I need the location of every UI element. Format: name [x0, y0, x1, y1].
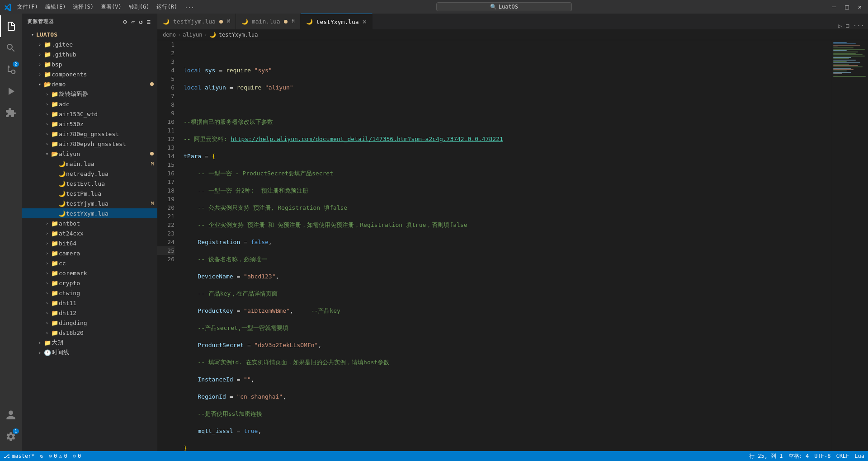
tree-item-air780epvh[interactable]: › 📁 air780epvh_gnsstest: [22, 139, 157, 149]
chevron-icon: ›: [43, 231, 51, 236]
tree-item-bsp[interactable]: › 📁 bsp: [22, 59, 157, 69]
tree-label: crypto: [59, 280, 154, 287]
close-button[interactable]: ✕: [855, 2, 864, 11]
tab-testyxym[interactable]: 🌙 testYxym.lua ✕: [301, 14, 373, 29]
mini-line: [833, 72, 851, 73]
status-info[interactable]: ⊘ 0: [73, 453, 81, 459]
tree-item-aliyun[interactable]: ▾ 📂 aliyun: [22, 149, 157, 159]
tree-item-coremark[interactable]: › 📁 coremark: [22, 268, 157, 278]
status-errors[interactable]: ⊗ 0 ⚠ 0: [49, 453, 67, 459]
tree-item-main-lua[interactable]: › 🌙 main.lua M: [22, 159, 157, 169]
code-line-17: --产品secret,一型一密就需要填: [184, 324, 825, 332]
code-line-1: [184, 49, 825, 57]
collapse-all-button[interactable]: ≡: [146, 17, 152, 26]
activity-bar: 2 1: [0, 14, 22, 451]
tree-item-cc[interactable]: › 📁 cc: [22, 258, 157, 268]
tree-label: dht11: [59, 300, 154, 306]
code-line-13: -- 设备名名称，必须唯一: [184, 255, 825, 263]
tree-item-camera[interactable]: › 📁 camera: [22, 248, 157, 258]
menu-file[interactable]: 文件(F): [14, 2, 42, 12]
activity-settings[interactable]: 1: [0, 426, 22, 447]
status-bar: ⎇ master* ↻ ⊗ 0 ⚠ 0 ⊘ 0 行 25, 列 1 空格: 4 …: [0, 451, 868, 461]
tree-item-netready[interactable]: › 🌙 netready.lua: [22, 169, 157, 179]
code-line-8: -- 一型一密 - ProductSecret要填产品secret: [184, 169, 825, 178]
code-content[interactable]: local sys = require "sys" local aliyun =…: [180, 40, 832, 451]
status-sync[interactable]: ↻: [40, 453, 43, 459]
tree-label: ctwing: [59, 290, 154, 296]
activity-source-control[interactable]: 2: [0, 59, 22, 80]
tree-item-testyxym[interactable]: › 🌙 testYxym.lua: [22, 208, 157, 218]
tree-item-antbot[interactable]: › 📁 antbot: [22, 218, 157, 228]
maximize-button[interactable]: □: [842, 2, 851, 11]
tree-item-gitee[interactable]: › 📁 .gitee: [22, 39, 157, 49]
tree-item-air530z[interactable]: › 📁 air530z: [22, 119, 157, 129]
activity-search[interactable]: [0, 37, 22, 59]
tree-item-air153c[interactable]: › 📁 air153C_wtd: [22, 109, 157, 119]
activity-accounts[interactable]: [0, 404, 22, 426]
menu-view[interactable]: 查看(V): [97, 2, 125, 12]
refresh-button[interactable]: ↺: [138, 17, 144, 26]
code-line-6: -- 阿里云资料: https://help.aliyun.com/docume…: [184, 135, 825, 143]
tab-label: main.lua: [252, 18, 280, 25]
tree-item-github[interactable]: › 📁 .github: [22, 49, 157, 59]
tab-testyjym[interactable]: 🌙 testYjym.lua M: [157, 14, 236, 29]
split-editor-button[interactable]: ⊟: [845, 22, 849, 29]
more-actions-button[interactable]: ···: [853, 22, 864, 29]
tree-item-ctwing[interactable]: › 📁 ctwing: [22, 288, 157, 298]
tree-item-testpm[interactable]: › 🌙 testPm.lua: [22, 188, 157, 198]
tree-item-demo[interactable]: ▾ 📂 demo: [22, 79, 157, 89]
tree-item-components[interactable]: › 📁 components: [22, 69, 157, 79]
tab-main[interactable]: 🌙 main.lua M: [236, 14, 301, 29]
tree-label: testPm.lua: [66, 190, 154, 197]
status-branch[interactable]: ⎇ master*: [4, 453, 35, 459]
chevron-icon: ›: [43, 271, 51, 276]
tree-item-crypto[interactable]: › 📁 crypto: [22, 278, 157, 288]
run-button[interactable]: ▷: [838, 22, 842, 29]
tree-item-dingding[interactable]: › 📁 dingding: [22, 318, 157, 328]
tree-item-ds18b20[interactable]: › 📁 ds18b20: [22, 328, 157, 338]
breadcrumb: demo › aliyun › 🌙 testYxym.lua: [157, 29, 868, 40]
tree-item-timeline[interactable]: › 🕐 时间线: [22, 348, 157, 358]
global-search-box[interactable]: 🔍LuatOS: [436, 2, 572, 11]
activity-run[interactable]: [0, 80, 22, 102]
activity-extensions[interactable]: [0, 102, 22, 124]
minimize-button[interactable]: ─: [830, 2, 839, 11]
activity-explorer[interactable]: [0, 15, 22, 37]
menu-goto[interactable]: 转到(G): [125, 2, 153, 12]
breadcrumb-demo[interactable]: demo: [163, 32, 176, 38]
menu-more[interactable]: ...: [181, 2, 198, 12]
tree-root-luatos[interactable]: ▾ LUATOS: [22, 29, 157, 39]
tree-item-bit64[interactable]: › 📁 bit64: [22, 238, 157, 248]
status-right: 行 25, 列 1 空格: 4 UTF-8 CRLF Lua: [749, 452, 864, 460]
breadcrumb-aliyun[interactable]: aliyun: [183, 32, 202, 38]
warning-icon: ⚠: [59, 453, 62, 459]
new-file-button[interactable]: ⊕: [122, 17, 128, 26]
tree-item-air780eg[interactable]: › 📁 air780eg_gnsstest: [22, 129, 157, 139]
tab-actions: ▷ ⊟ ···: [838, 22, 868, 29]
lua-file-icon: 🌙: [58, 170, 66, 177]
title-bar-left: 文件(F) 编辑(E) 选择(S) 查看(V) 转到(G) 运行(R) ...: [4, 2, 198, 12]
status-spaces[interactable]: 空格: 4: [788, 452, 809, 460]
tree-item-at24cxx[interactable]: › 📁 at24cxx: [22, 228, 157, 238]
menu-edit[interactable]: 编辑(E): [42, 2, 70, 12]
chevron-icon: ›: [36, 72, 43, 77]
status-line-ending[interactable]: CRLF: [836, 452, 849, 460]
tree-item-dht11[interactable]: › 📁 dht11: [22, 298, 157, 308]
new-folder-button[interactable]: ▱: [130, 17, 136, 26]
status-language[interactable]: Lua: [854, 452, 864, 460]
tab-close-button[interactable]: ✕: [363, 18, 367, 25]
tree-item-dht12[interactable]: › 📁 dht12: [22, 308, 157, 318]
menu-run[interactable]: 运行(R): [153, 2, 181, 12]
tree-item-testevt[interactable]: › 🌙 testEvt.lua: [22, 179, 157, 188]
status-encoding[interactable]: UTF-8: [814, 452, 830, 460]
tree-item-daxiao[interactable]: › 📁 大朔: [22, 338, 157, 348]
menu-select[interactable]: 选择(S): [69, 2, 97, 12]
mini-line: [833, 49, 865, 50]
tree-item-rotary[interactable]: › 📁 旋转编码器: [22, 89, 157, 99]
tree-label: antbot: [59, 220, 154, 227]
tree-item-adc[interactable]: › 📁 adc: [22, 99, 157, 109]
breadcrumb-file[interactable]: testYxym.lua: [219, 32, 258, 38]
chevron-icon: ›: [43, 320, 51, 325]
status-cursor[interactable]: 行 25, 列 1: [749, 452, 783, 460]
tree-item-testyjym[interactable]: › 🌙 testYjym.lua M: [22, 198, 157, 208]
